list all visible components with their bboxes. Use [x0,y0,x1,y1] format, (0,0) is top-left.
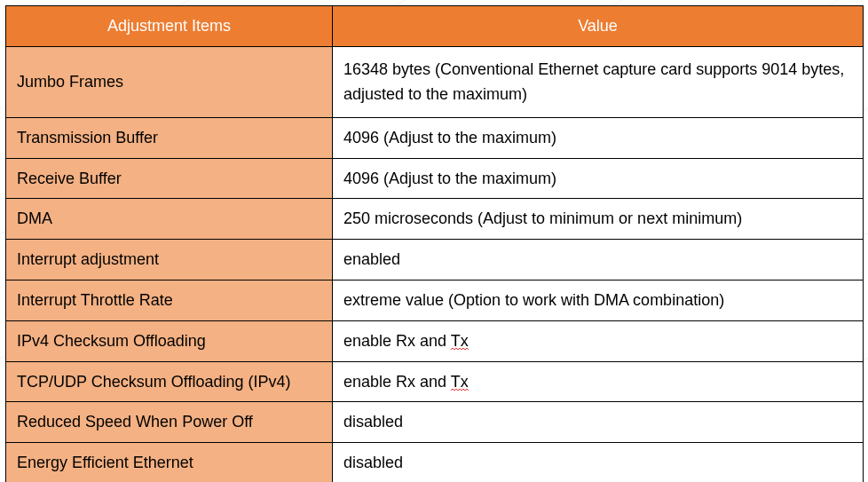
table-row: Reduced Speed When Power Offdisabled [6,402,864,443]
cell-value: enable Rx and Tx [333,320,864,361]
cell-item: DMA [6,199,333,240]
table-row: TCP/UDP Checksum Offloading (IPv4)enable… [6,361,864,402]
cell-item: Interrupt Throttle Rate [6,280,333,320]
table-row: DMA250 microseconds (Adjust to minimum o… [6,199,864,240]
table-row: Interrupt Throttle Rateextreme value (Op… [6,280,864,320]
cell-value: enable Rx and Tx [333,361,864,402]
cell-value: 16348 bytes (Conventional Ethernet captu… [333,46,864,117]
value-text: enable Rx and [343,332,451,350]
cell-value: disabled [333,443,864,482]
cell-item: Reduced Speed When Power Off [6,402,333,443]
cell-item: Energy Efficient Ethernet [6,443,333,482]
cell-value: extreme value (Option to work with DMA c… [333,280,864,320]
cell-item: Jumbo Frames [6,46,333,117]
table-row: Energy Efficient Ethernetdisabled [6,443,864,482]
cell-item: IPv4 Checksum Offloading [6,320,333,361]
value-text: Tx [451,332,469,352]
cell-item: TCP/UDP Checksum Offloading (IPv4) [6,361,333,402]
cell-item: Receive Buffer [6,158,333,199]
table-row: IPv4 Checksum Offloadingenable Rx and Tx [6,320,864,361]
cell-value: 250 microseconds (Adjust to minimum or n… [333,199,864,240]
header-value: Value [333,6,864,47]
cell-item: Interrupt adjustment [6,240,333,281]
table-header-row: Adjustment Items Value [6,6,864,47]
table-row: Transmission Buffer4096 (Adjust to the m… [6,117,864,158]
table-row: Interrupt adjustmentenabled [6,240,864,281]
table-row: Receive Buffer4096 (Adjust to the maximu… [6,158,864,199]
cell-value: 4096 (Adjust to the maximum) [333,117,864,158]
table-row: Jumbo Frames16348 bytes (Conventional Et… [6,46,864,117]
cell-value: enabled [333,240,864,281]
cell-value: 4096 (Adjust to the maximum) [333,158,864,199]
adjustment-table: Adjustment Items Value Jumbo Frames16348… [5,5,864,482]
cell-value: disabled [333,402,864,443]
header-items: Adjustment Items [6,6,333,47]
value-text: Tx [451,373,469,392]
cell-item: Transmission Buffer [6,117,333,158]
value-text: enable Rx and [343,373,451,391]
